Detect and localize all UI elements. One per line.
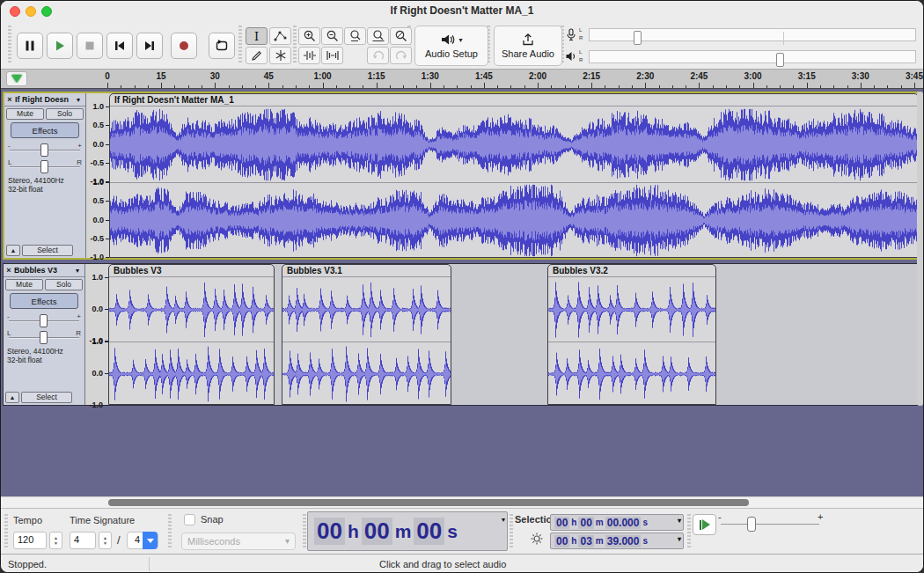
sel-end-hours[interactable]: 00: [554, 535, 569, 547]
draw-tool-button[interactable]: [246, 47, 268, 64]
playback-volume-slider[interactable]: [776, 53, 784, 67]
selection-end-display[interactable]: 00 h 03 m 39.000 s: [550, 533, 684, 549]
clip-title[interactable]: Bubbles V3.1: [282, 265, 451, 277]
audio-clip[interactable]: Bubbles V3.2: [547, 264, 716, 405]
zoom-out-button[interactable]: [321, 27, 343, 45]
collapse-track-button[interactable]: [5, 392, 19, 403]
effects-button[interactable]: Effects: [10, 293, 78, 309]
audio-clip[interactable]: Bubbles V3.1: [282, 264, 451, 405]
undo-button[interactable]: [367, 47, 389, 64]
horizontal-scrollbar-thumb[interactable]: [108, 499, 749, 506]
waveform-channel[interactable]: [282, 342, 451, 405]
time-format-caret-icon[interactable]: [502, 516, 505, 524]
gain-slider-thumb[interactable]: [40, 314, 48, 327]
clip-title[interactable]: Bubbles V3: [109, 265, 274, 277]
pan-slider[interactable]: L R: [8, 158, 82, 173]
select-track-button[interactable]: Select: [21, 392, 72, 403]
envelope-tool-button[interactable]: [269, 27, 291, 45]
tempo-input[interactable]: 120: [13, 532, 47, 549]
silence-audio-button[interactable]: [321, 47, 343, 64]
toolbar-grip[interactable]: [510, 514, 513, 548]
timeline-ruler[interactable]: 01530451:001:151:301:452:002:152:302:453…: [1, 70, 923, 89]
zoom-in-button[interactable]: [298, 27, 320, 45]
playback-speed-slider-thumb[interactable]: [747, 517, 756, 532]
skip-to-end-button[interactable]: [136, 33, 163, 59]
toolbar-grip[interactable]: [4, 514, 8, 548]
multi-tool-button[interactable]: [269, 47, 291, 64]
track-name[interactable]: If Right Doesn: [15, 95, 77, 104]
fit-project-button[interactable]: [367, 27, 389, 45]
playback-speed-slider-track[interactable]: [721, 524, 819, 525]
track-bubbles-v3[interactable]: Bubbles V3 Mute Solo Effects - + L R: [3, 263, 919, 406]
stop-button[interactable]: [77, 33, 103, 59]
play-button[interactable]: [47, 33, 73, 59]
time-format-caret-icon[interactable]: [678, 517, 681, 525]
sel-end-seconds[interactable]: 39.000: [605, 535, 642, 547]
waveform-channel[interactable]: [282, 278, 451, 342]
toolbar-grip[interactable]: [168, 514, 172, 548]
audio-position-display[interactable]: 00 h 00 m 00 s: [307, 511, 508, 551]
sel-end-minutes[interactable]: 03: [578, 535, 593, 547]
redo-button[interactable]: [390, 47, 412, 64]
time-format-caret-icon[interactable]: [678, 535, 681, 543]
gain-slider[interactable]: - +: [7, 312, 81, 327]
track-header[interactable]: If Right Doesn: [4, 93, 85, 107]
playback-meter-bar[interactable]: [589, 50, 916, 63]
share-audio-button[interactable]: Share Audio: [494, 26, 562, 66]
vertical-scale-ruler[interactable]: 1.00.50.0-0.5-1.01.00.50.0-0.5-1.0: [85, 93, 109, 258]
toolbar-grip[interactable]: [293, 26, 297, 63]
time-signature-upper-input[interactable]: 4: [70, 532, 96, 549]
selection-settings-gear-icon[interactable]: [531, 533, 543, 545]
select-track-button[interactable]: Select: [22, 245, 73, 256]
pan-slider[interactable]: L R: [7, 329, 81, 343]
play-at-speed-button[interactable]: [693, 514, 716, 535]
solo-button[interactable]: Solo: [46, 108, 84, 120]
effects-button[interactable]: Effects: [11, 122, 79, 138]
track-menu-caret-icon[interactable]: [77, 96, 85, 104]
time-signature-stepper[interactable]: ▲▼: [99, 532, 112, 549]
selection-start-display[interactable]: 00 h 00 m 00.000 s: [550, 514, 684, 531]
track-close-icon[interactable]: [4, 266, 14, 275]
selection-tool-button[interactable]: I: [246, 27, 268, 45]
record-button[interactable]: [171, 33, 197, 59]
gain-slider[interactable]: - +: [8, 142, 82, 156]
trim-audio-button[interactable]: [298, 47, 320, 64]
clip-title[interactable]: Bubbles V3.2: [548, 265, 715, 277]
toolbar-grip[interactable]: [238, 26, 242, 63]
sel-start-hours[interactable]: 00: [554, 517, 569, 529]
track-header[interactable]: Bubbles V3: [4, 264, 84, 277]
track-waveform-lane[interactable]: If Right Doesn't Matter MA_1: [109, 93, 917, 258]
waveform-channel[interactable]: [109, 342, 274, 405]
loop-region-pin-button[interactable]: [6, 71, 27, 86]
track-name[interactable]: Bubbles V3: [14, 266, 76, 275]
vertical-scrollbar-thumb[interactable]: [917, 92, 923, 406]
pan-slider-thumb[interactable]: [40, 160, 48, 173]
waveform-channel[interactable]: [109, 278, 274, 342]
position-seconds[interactable]: 00: [414, 518, 444, 545]
track-close-icon[interactable]: [4, 95, 15, 104]
mute-button[interactable]: Mute: [6, 108, 44, 120]
track-area[interactable]: If Right Doesn Mute Solo Effects - + L R: [1, 89, 923, 496]
toolbar-grip[interactable]: [8, 26, 11, 63]
sel-start-seconds[interactable]: 00.000: [605, 517, 642, 529]
audio-setup-button[interactable]: ▾ Audio Setup: [414, 26, 488, 66]
waveform-channel[interactable]: [548, 278, 715, 342]
clip-title[interactable]: If Right Doesn't Matter MA_1: [110, 94, 918, 107]
recording-meter-bar[interactable]: [589, 28, 916, 41]
collapse-track-button[interactable]: [6, 245, 20, 256]
tempo-stepper[interactable]: ▲▼: [49, 532, 62, 549]
horizontal-scrollbar[interactable]: [1, 496, 923, 508]
toolbar-grip[interactable]: [687, 514, 691, 548]
snap-checkbox[interactable]: [184, 514, 195, 525]
snap-format-dropdown[interactable]: Milliseconds: [181, 533, 296, 550]
gain-slider-thumb[interactable]: [40, 143, 48, 157]
waveform-channel[interactable]: [110, 183, 918, 258]
position-hours[interactable]: 00: [314, 518, 345, 545]
track-waveform-lane[interactable]: Bubbles V3Bubbles V3.1Bubbles V3.2: [108, 264, 918, 405]
position-minutes[interactable]: 00: [362, 518, 392, 545]
pause-button[interactable]: [17, 33, 43, 59]
solo-button[interactable]: Solo: [45, 279, 83, 290]
audio-clip[interactable]: If Right Doesn't Matter MA_1: [109, 93, 919, 258]
loop-button[interactable]: [209, 33, 235, 59]
mute-button[interactable]: Mute: [5, 279, 43, 290]
